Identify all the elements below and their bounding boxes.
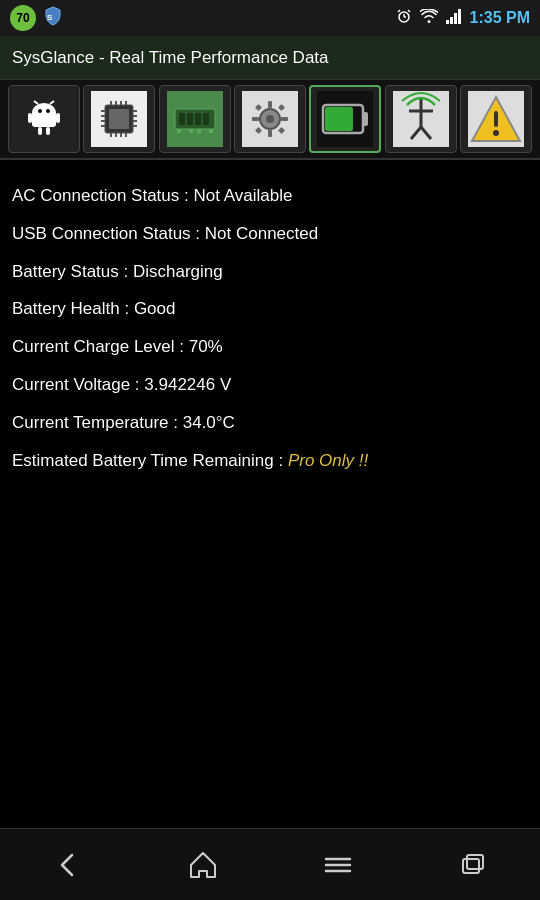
svg-rect-7 bbox=[450, 17, 453, 24]
signal-tab[interactable] bbox=[385, 85, 457, 153]
bottom-nav bbox=[0, 828, 540, 900]
voltage-row: Current Voltage : 3.942246 V bbox=[12, 359, 528, 397]
cpu-tab[interactable] bbox=[83, 85, 155, 153]
svg-rect-77 bbox=[463, 859, 479, 873]
charge-level-row: Current Charge Level : 70% bbox=[12, 321, 528, 359]
svg-rect-8 bbox=[454, 13, 457, 24]
android-tab[interactable] bbox=[8, 85, 80, 153]
svg-rect-27 bbox=[125, 101, 127, 105]
svg-rect-56 bbox=[281, 117, 288, 121]
memory-tab[interactable] bbox=[159, 85, 231, 153]
svg-rect-16 bbox=[46, 127, 50, 135]
svg-rect-24 bbox=[110, 101, 112, 105]
home-button[interactable] bbox=[173, 840, 233, 890]
svg-rect-63 bbox=[363, 112, 368, 126]
warning-tab[interactable] bbox=[460, 85, 532, 153]
ac-label: AC Connection Status : bbox=[12, 186, 193, 205]
voltage-label: Current Voltage : bbox=[12, 375, 144, 394]
svg-rect-15 bbox=[38, 127, 42, 135]
ac-connection-row: AC Connection Status : Not Available bbox=[12, 170, 528, 208]
alarm-icon bbox=[396, 8, 412, 28]
battery-health-label: Battery Health : bbox=[12, 299, 134, 318]
status-left: 70 S bbox=[10, 5, 64, 32]
usb-connection-row: USB Connection Status : Not Connected bbox=[12, 208, 528, 246]
svg-rect-12 bbox=[32, 113, 56, 127]
temperature-label: Current Temperature : bbox=[12, 413, 183, 432]
svg-rect-53 bbox=[268, 101, 272, 108]
battery-status-value: Discharging bbox=[133, 262, 223, 281]
charge-level-label: Current Charge Level : bbox=[12, 337, 189, 356]
svg-rect-28 bbox=[110, 133, 112, 137]
back-button[interactable] bbox=[38, 840, 98, 890]
signal-icon bbox=[446, 8, 462, 28]
svg-rect-26 bbox=[120, 101, 122, 105]
battery-health-value: Good bbox=[134, 299, 176, 318]
title-bar: SysGlance - Real Time Performance Data bbox=[0, 36, 540, 80]
svg-rect-6 bbox=[446, 20, 449, 24]
svg-rect-13 bbox=[28, 113, 32, 123]
status-time: 1:35 PM bbox=[470, 9, 530, 27]
svg-rect-46 bbox=[177, 129, 181, 133]
svg-rect-31 bbox=[125, 133, 127, 137]
svg-rect-54 bbox=[268, 130, 272, 137]
usb-value: Not Connected bbox=[205, 224, 318, 243]
menu-button[interactable] bbox=[308, 840, 368, 890]
svg-rect-48 bbox=[197, 129, 201, 133]
svg-rect-37 bbox=[133, 115, 137, 117]
usb-label: USB Connection Status : bbox=[12, 224, 205, 243]
svg-rect-42 bbox=[179, 113, 185, 125]
svg-point-18 bbox=[46, 109, 50, 113]
charge-level-value: 70% bbox=[189, 337, 223, 356]
recents-button[interactable] bbox=[443, 840, 503, 890]
battery-status-label: Battery Status : bbox=[12, 262, 133, 281]
svg-rect-9 bbox=[458, 9, 461, 24]
battery-status-row: Battery Status : Discharging bbox=[12, 246, 528, 284]
svg-rect-49 bbox=[209, 129, 213, 133]
battery-health-row: Battery Health : Good bbox=[12, 283, 528, 321]
svg-rect-35 bbox=[101, 125, 105, 127]
svg-rect-72 bbox=[494, 111, 498, 127]
temperature-value: 34.0°C bbox=[183, 413, 235, 432]
shield-icon: S bbox=[42, 5, 64, 32]
svg-rect-30 bbox=[120, 133, 122, 137]
content-area: AC Connection Status : Not Available USB… bbox=[0, 160, 540, 482]
svg-rect-64 bbox=[325, 107, 353, 131]
svg-text:S: S bbox=[47, 13, 53, 22]
svg-line-5 bbox=[408, 10, 410, 12]
battery-badge: 70 bbox=[10, 5, 36, 31]
remaining-row: Estimated Battery Time Remaining : Pro O… bbox=[12, 435, 528, 473]
svg-rect-39 bbox=[133, 125, 137, 127]
temperature-row: Current Temperature : 34.0°C bbox=[12, 397, 528, 435]
remaining-label: Estimated Battery Time Remaining : bbox=[12, 451, 288, 470]
ac-value: Not Available bbox=[193, 186, 292, 205]
wifi-icon bbox=[420, 9, 438, 27]
svg-rect-32 bbox=[101, 110, 105, 112]
svg-rect-36 bbox=[133, 110, 137, 112]
svg-point-52 bbox=[266, 115, 274, 123]
svg-rect-23 bbox=[109, 109, 129, 129]
svg-rect-29 bbox=[115, 133, 117, 137]
battery-tab[interactable] bbox=[309, 85, 381, 153]
svg-rect-44 bbox=[195, 113, 201, 125]
status-right: 1:35 PM bbox=[396, 8, 530, 28]
svg-point-17 bbox=[38, 109, 42, 113]
settings-tab[interactable] bbox=[234, 85, 306, 153]
svg-line-4 bbox=[398, 10, 400, 12]
status-bar: 70 S bbox=[0, 0, 540, 36]
svg-rect-38 bbox=[133, 120, 137, 122]
svg-point-73 bbox=[493, 130, 499, 136]
tab-bar bbox=[0, 80, 540, 160]
svg-rect-55 bbox=[252, 117, 259, 121]
svg-rect-34 bbox=[101, 120, 105, 122]
svg-rect-47 bbox=[189, 129, 193, 133]
svg-rect-14 bbox=[56, 113, 60, 123]
svg-rect-43 bbox=[187, 113, 193, 125]
page-title: SysGlance - Real Time Performance Data bbox=[12, 48, 329, 68]
svg-rect-45 bbox=[203, 113, 209, 125]
svg-rect-78 bbox=[467, 855, 483, 869]
pro-only-value: Pro Only !! bbox=[288, 451, 368, 470]
voltage-value: 3.942246 V bbox=[144, 375, 231, 394]
svg-rect-33 bbox=[101, 115, 105, 117]
svg-rect-25 bbox=[115, 101, 117, 105]
